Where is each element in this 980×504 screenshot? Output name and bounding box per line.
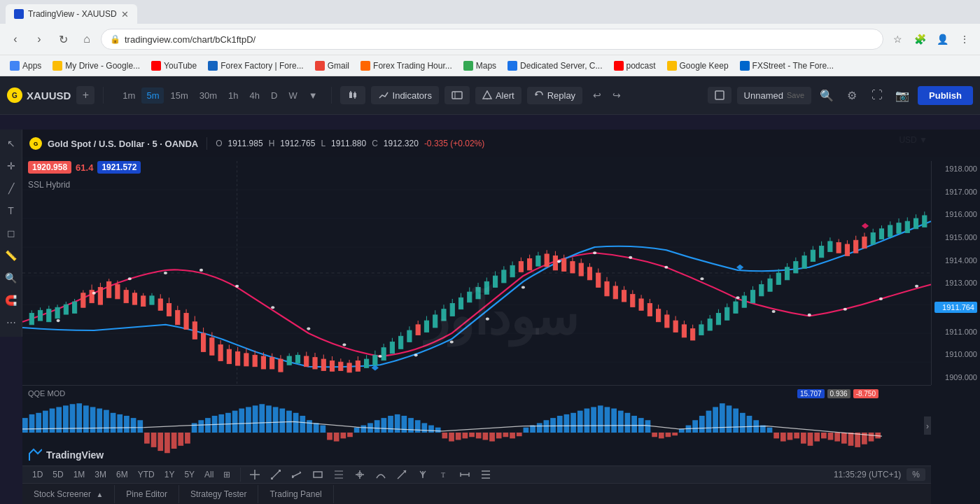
crosshair-tool[interactable]: ✛ [1, 156, 21, 176]
text-tool[interactable]: T [1, 201, 21, 220]
refresh-button[interactable]: ↻ [53, 29, 73, 49]
measure-draw-btn[interactable] [455, 465, 475, 484]
ray-draw-btn[interactable] [287, 465, 307, 484]
search-button[interactable]: 🔍 [817, 85, 836, 105]
svg-rect-352 [659, 433, 664, 438]
period-5y[interactable]: 5Y [180, 468, 199, 482]
back-button[interactable]: ‹ [6, 29, 25, 49]
percent-toggle[interactable]: % [906, 468, 925, 481]
bookmark-keep[interactable]: Google Keep [663, 59, 733, 72]
arrow-draw-icon [397, 470, 407, 479]
svg-point-250 [844, 308, 847, 311]
tf-1h-button[interactable]: 1h [223, 88, 243, 104]
arrow-draw-btn[interactable] [392, 465, 412, 484]
tf-more-button[interactable]: ▼ [304, 88, 323, 104]
svg-marker-7 [536, 93, 538, 96]
more-draw-btn[interactable] [476, 465, 496, 484]
bookmark-maps[interactable]: Maps [459, 59, 500, 72]
indicators-button[interactable]: Indicators [371, 86, 439, 104]
chart-canvas[interactable] [22, 161, 931, 385]
svg-rect-341 [584, 409, 590, 433]
tf-w-button[interactable]: W [284, 88, 302, 104]
bookmark-forex2[interactable]: Forex Trading Hour... [356, 59, 456, 72]
menu-icon[interactable]: ⋮ [955, 29, 974, 49]
period-5d[interactable]: 5D [48, 468, 67, 482]
profile-icon[interactable]: 👤 [932, 29, 952, 49]
tf-1m-button[interactable]: 1m [118, 88, 140, 104]
publish-button[interactable]: Publish [918, 86, 973, 105]
undo-button[interactable]: ↩ [588, 86, 606, 104]
tab-stock-screener[interactable]: Stock Screener ▲ [22, 485, 115, 503]
bookmark-gmail[interactable]: Gmail [311, 59, 354, 72]
tf-4h-button[interactable]: 4h [245, 88, 265, 104]
fx-bookmark-label: FXStreet - The Fore... [752, 61, 834, 71]
h-label: H [269, 139, 275, 148]
svg-rect-280 [172, 433, 177, 449]
keep-bookmark-icon [667, 61, 677, 71]
qqe-indicator: QQE MOD 15.707 0.936 -8.750 TradingView … [22, 385, 931, 465]
cursor-tool[interactable]: ↖ [1, 134, 21, 153]
extensions-icon[interactable]: 🧩 [910, 29, 930, 49]
pitchfork-draw-btn[interactable] [413, 465, 433, 484]
magnet-tool[interactable]: 🧲 [1, 290, 21, 310]
address-bar[interactable]: 🔒 tradingview.com/chart/bCk1ftpD/ [101, 29, 883, 50]
tf-d-button[interactable]: D [266, 88, 282, 104]
replay-button[interactable]: Replay [527, 87, 582, 104]
period-6m[interactable]: 6M [112, 468, 132, 482]
fib-draw-icon [334, 470, 344, 479]
period-1m[interactable]: 1M [69, 468, 90, 482]
forward-button[interactable]: › [29, 29, 49, 49]
tab-trading-panel[interactable]: Trading Panel [258, 485, 333, 503]
redo-button[interactable]: ↪ [608, 86, 626, 104]
bookmark-drive[interactable]: My Drive - Google... [48, 59, 144, 72]
fullscreen2-button[interactable]: ⛶ [867, 85, 887, 105]
fib-draw-btn[interactable] [329, 465, 349, 484]
period-3m[interactable]: 3M [90, 468, 111, 482]
home-button[interactable]: ⌂ [77, 29, 97, 49]
tab-strategy-tester[interactable]: Strategy Tester [179, 485, 258, 503]
rect-draw-btn[interactable] [308, 465, 328, 484]
zoom-tool[interactable]: 🔍 [1, 268, 21, 288]
screenshot-button[interactable]: 📷 [892, 85, 912, 105]
active-tab[interactable]: TradingView - XAUUSD ✕ [6, 4, 137, 24]
tab-pine-editor[interactable]: Pine Editor [115, 485, 179, 503]
svg-rect-8 [715, 91, 724, 99]
templates-button[interactable] [444, 86, 470, 104]
period-all[interactable]: All [200, 468, 218, 482]
tab-close-btn[interactable]: ✕ [121, 9, 129, 20]
svg-rect-284 [198, 420, 204, 433]
line-draw-btn[interactable] [266, 465, 286, 484]
more-tools[interactable]: ⋯ [1, 313, 21, 332]
curve-draw-btn[interactable] [371, 465, 391, 484]
bookmark-star-icon[interactable]: ☆ [888, 29, 907, 49]
expand-qqe-button[interactable]: › [924, 416, 931, 435]
chart-type-button[interactable] [340, 86, 365, 104]
symbol-selector[interactable]: G XAUUSD [7, 88, 71, 103]
crosshair-draw-btn[interactable] [245, 465, 265, 484]
measure-tool[interactable]: 📏 [1, 246, 21, 265]
trend-line-tool[interactable]: ╱ [1, 178, 21, 198]
period-1d[interactable]: 1D [28, 468, 47, 482]
tf-30m-button[interactable]: 30m [195, 88, 222, 104]
bookmark-apps[interactable]: Apps [6, 59, 46, 72]
bookmark-forex[interactable]: Forex Factory | Fore... [204, 59, 307, 72]
bookmark-fx[interactable]: FXStreet - The Fore... [736, 59, 838, 72]
period-ytd[interactable]: YTD [134, 468, 159, 482]
cross-draw-btn[interactable] [350, 465, 370, 484]
layout-button[interactable]: Unnamed Save [737, 87, 811, 104]
text-draw-btn[interactable]: T [434, 465, 454, 484]
bookmark-podcast[interactable]: podcast [610, 59, 660, 72]
shapes-tool[interactable]: ◻ [1, 223, 21, 243]
tf-15m-button[interactable]: 15m [165, 88, 192, 104]
bookmark-dedicated[interactable]: Dedicated Server, C... [503, 59, 606, 72]
alert-button[interactable]: Alert [475, 87, 522, 104]
tf-5m-button[interactable]: 5m [141, 88, 164, 104]
bookmark-youtube[interactable]: YouTube [147, 59, 201, 72]
replay-icon [534, 90, 544, 100]
compare-button[interactable]: ⊞ [219, 468, 234, 482]
period-1y[interactable]: 1Y [160, 468, 179, 482]
add-symbol-button[interactable]: + [76, 86, 94, 104]
fullscreen-button[interactable] [708, 87, 732, 104]
svg-rect-308 [360, 426, 366, 433]
settings-button[interactable]: ⚙ [842, 85, 862, 105]
